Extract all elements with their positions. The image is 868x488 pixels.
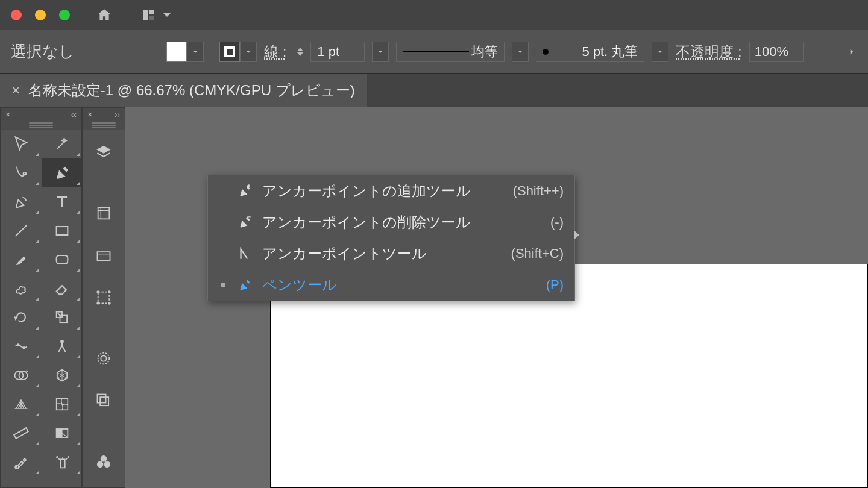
appearance-panel-icon[interactable] (92, 346, 116, 371)
direct-selection-tool[interactable] (1, 158, 42, 187)
flyout-item-shortcut: (Shift+C) (511, 246, 564, 261)
opacity-field[interactable]: 100% (749, 42, 804, 62)
stroke-swatch[interactable] (219, 42, 240, 62)
stroke-width-dropdown[interactable] (372, 42, 389, 62)
svg-rect-1 (149, 10, 154, 14)
rotate-tool[interactable] (1, 303, 42, 332)
symbols-panel-icon[interactable] (92, 449, 116, 474)
selection-status-label: 選択なし (11, 41, 75, 62)
brush-label: 5 pt. 丸筆 (582, 43, 638, 61)
separator (127, 6, 127, 24)
pen-tool-item[interactable]: ペンツール (P) (208, 269, 574, 301)
flyout-item-shortcut: (-) (550, 214, 564, 230)
stroke-width-field[interactable]: 1 pt (310, 42, 365, 62)
opacity-label[interactable]: 不透明度 : (676, 42, 741, 61)
stroke-width-value: 1 pt (317, 44, 339, 60)
layers-panel-icon[interactable] (92, 140, 116, 164)
svg-point-10 (61, 340, 64, 343)
puppet-warp-tool[interactable] (42, 332, 83, 361)
close-icon[interactable]: × (12, 83, 20, 98)
svg-rect-18 (61, 459, 65, 468)
collapse-icon[interactable]: ‹‹ (71, 110, 77, 119)
svg-rect-16 (57, 429, 62, 437)
svg-rect-2 (149, 16, 154, 20)
window-close-button[interactable] (11, 10, 22, 20)
add-anchor-point-tool[interactable]: アンカーポイントの追加ツール (Shift++) (208, 175, 574, 207)
svg-rect-0 (143, 10, 148, 20)
more-options-icon[interactable] (846, 46, 857, 57)
close-icon[interactable]: × (87, 110, 92, 119)
libraries-panel-icon[interactable] (92, 243, 116, 267)
artboards-panel-icon[interactable] (92, 286, 116, 310)
svg-point-27 (108, 302, 111, 305)
eyedropper-tool[interactable] (1, 448, 42, 477)
home-icon[interactable] (96, 7, 112, 23)
flyout-item-label: ペンツール (262, 275, 538, 295)
stroke-swatch-group[interactable] (211, 42, 257, 62)
stroke-dropdown[interactable] (240, 42, 257, 62)
fill-swatch[interactable] (166, 42, 187, 62)
flyout-item-shortcut: (Shift++) (513, 183, 564, 199)
curvature-tool[interactable] (1, 187, 42, 216)
gradient-tool[interactable] (42, 419, 83, 448)
type-tool[interactable] (42, 187, 83, 216)
svg-rect-23 (98, 292, 110, 304)
width-tool[interactable] (1, 332, 42, 361)
svg-point-34 (104, 461, 110, 467)
flyout-item-label: アンカーポイントの追加ツール (262, 181, 505, 201)
convert-anchor-icon (236, 245, 254, 263)
magic-wand-tool[interactable] (42, 130, 83, 158)
window-minimize-button[interactable] (35, 10, 46, 20)
fill-swatch-group[interactable] (166, 42, 204, 62)
variable-width-profile[interactable]: 均等 (396, 42, 505, 62)
properties-panel-icon[interactable] (92, 201, 116, 225)
window-titlebar (0, 0, 868, 30)
eraser-tool[interactable] (42, 274, 83, 303)
fill-dropdown[interactable] (187, 42, 204, 62)
selection-tool[interactable] (1, 130, 42, 158)
expand-icon[interactable]: ›› (115, 110, 120, 119)
canvas[interactable]: アンカーポイントの追加ツール (Shift++) アンカーポイントの削除ツール … (125, 107, 868, 488)
brush-dropdown[interactable] (652, 42, 668, 62)
brush-tool[interactable] (1, 245, 42, 274)
svg-rect-4 (57, 227, 68, 235)
rectangle-tool[interactable] (42, 216, 83, 245)
svg-point-20 (68, 457, 69, 458)
panel-grip[interactable] (83, 121, 125, 130)
measure-tool[interactable] (1, 419, 42, 448)
line-tool[interactable] (1, 216, 42, 245)
transform-panel-icon[interactable] (92, 389, 116, 413)
symbol-sprayer-tool[interactable] (42, 448, 83, 477)
close-icon[interactable]: × (5, 110, 10, 119)
svg-point-28 (98, 353, 110, 364)
pen-tool[interactable] (42, 158, 83, 187)
collapsed-panels: × ›› (82, 107, 125, 488)
shape-builder-tool[interactable] (1, 361, 42, 390)
flyout-item-label: アンカーポイントツール (262, 244, 503, 263)
blob-brush-tool[interactable] (1, 274, 42, 303)
scale-tool[interactable] (42, 303, 83, 332)
svg-rect-22 (98, 252, 110, 260)
document-tab[interactable]: × 名称未設定-1 @ 66.67% (CMYK/GPU プレビュー) (0, 74, 367, 107)
free-transform-tool[interactable] (42, 361, 83, 390)
rounded-rectangle-tool[interactable] (42, 245, 83, 274)
workspace-switcher[interactable] (142, 8, 174, 22)
tools-panel-header[interactable]: × ‹‹ (1, 108, 81, 121)
mini-panel-header[interactable]: × ›› (83, 108, 125, 121)
stroke-width-stepper[interactable] (297, 48, 303, 56)
brush-definition[interactable]: 5 pt. 丸筆 (536, 42, 644, 62)
perspective-grid-tool[interactable] (1, 390, 42, 419)
window-zoom-button[interactable] (59, 10, 70, 20)
svg-rect-30 (100, 397, 108, 405)
document-title: 名称未設定-1 @ 66.67% (CMYK/GPU プレビュー) (28, 81, 355, 100)
profile-dropdown[interactable] (512, 42, 529, 62)
delete-anchor-point-tool[interactable]: アンカーポイントの削除ツール (-) (208, 207, 574, 238)
anchor-point-tool[interactable]: アンカーポイントツール (Shift+C) (208, 238, 574, 269)
stroke-label[interactable]: 線 : (264, 42, 286, 61)
svg-point-24 (97, 291, 99, 293)
flyout-tearoff-handle[interactable] (574, 230, 580, 240)
workarea: × ‹‹ (0, 107, 868, 488)
mesh-tool[interactable] (42, 390, 83, 419)
panel-grip[interactable] (1, 121, 81, 130)
svg-point-25 (108, 291, 111, 293)
